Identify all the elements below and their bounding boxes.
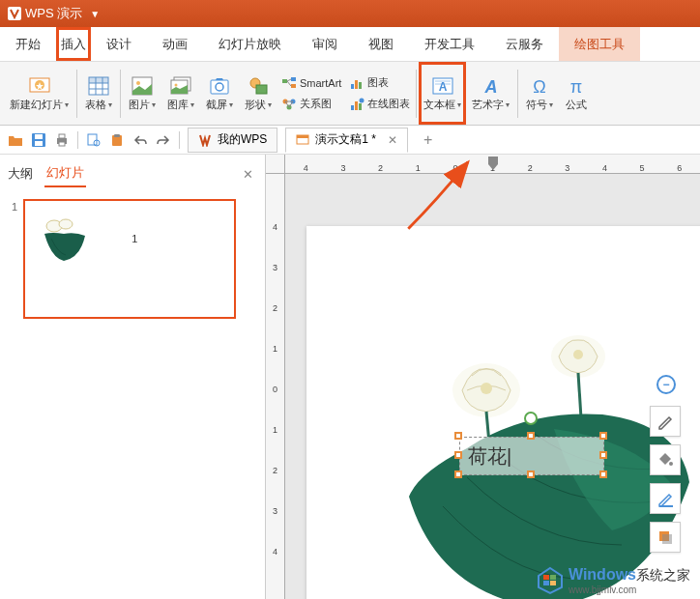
selection-handle-se[interactable] [599, 471, 607, 478]
ruler-tick: 3 [266, 506, 284, 547]
collapse-panel-button[interactable]: − [656, 375, 676, 394]
ruler-horizontal: 4 3 2 1 0 1 2 3 4 5 6 [285, 155, 700, 174]
svg-point-61 [573, 350, 583, 359]
format-fill-button[interactable] [650, 444, 681, 475]
dropdown-icon: ▾ [506, 100, 510, 109]
undo-icon[interactable] [132, 132, 148, 148]
textbox-icon: A [431, 74, 454, 98]
title-dropdown-icon[interactable]: ▼ [90, 9, 100, 19]
menu-start[interactable]: 开始 [0, 27, 56, 61]
smartart-icon [281, 75, 297, 91]
dropdown-icon: ▾ [549, 100, 553, 109]
slide-canvas[interactable]: 荷花| [306, 226, 700, 599]
ribbon-chart[interactable]: 图表 [349, 73, 410, 93]
ribbon-online-chart[interactable]: 在线图表 [349, 95, 410, 114]
selection-handle-nw[interactable] [454, 432, 462, 440]
ribbon-equation[interactable]: π 公式 [559, 62, 594, 125]
selection-handle-ne[interactable] [599, 432, 607, 440]
selection-handle-e[interactable] [599, 451, 607, 459]
slide-thumbnail[interactable]: 1 [23, 199, 236, 319]
picture-icon [131, 74, 154, 98]
selection-handle-n[interactable] [527, 432, 535, 440]
svg-rect-8 [89, 77, 108, 83]
format-outline-button[interactable] [650, 483, 681, 514]
ruler-tick: 4 [586, 163, 624, 173]
dropdown-icon: ▾ [229, 100, 233, 109]
paste-icon[interactable] [109, 132, 125, 148]
ribbon-gallery[interactable]: 图库▾ [161, 62, 200, 125]
online-chart-icon [349, 97, 365, 112]
svg-rect-70 [543, 581, 549, 585]
ribbon-textbox[interactable]: A 文本框▾ [419, 62, 466, 125]
menu-drawing-tools[interactable]: 绘图工具 [559, 27, 640, 61]
doc-tab-mywps[interactable]: 我的WPS [188, 128, 277, 153]
app-name: WPS 演示 [25, 5, 82, 22]
ribbon-screenshot[interactable]: 截屏▾ [200, 62, 239, 125]
watermark: Windows系统之家 www.bjjmlv.com [536, 566, 690, 595]
thumb-lotus-icon [37, 214, 91, 263]
menu-review[interactable]: 审阅 [297, 27, 353, 61]
ribbon-shapes[interactable]: 形状▾ [239, 62, 277, 125]
ruler-vertical: 4 3 2 1 0 1 2 3 4 [266, 174, 285, 599]
online-chart-label: 在线图表 [367, 97, 410, 111]
ribbon-new-slide[interactable]: 新建幻灯片▾ [4, 62, 74, 125]
ruler-indicator-icon[interactable] [488, 157, 498, 170]
ribbon-table[interactable]: 表格▾ [79, 62, 118, 125]
relation-icon [281, 97, 297, 112]
svg-text:A: A [439, 80, 448, 94]
picture-label: 图片 [129, 98, 150, 112]
slide-thumb-item[interactable]: 1 1 [12, 199, 253, 319]
ruler-tick: 1 [266, 425, 284, 466]
chart-label: 图表 [367, 75, 389, 90]
watermark-brand: Windows [569, 566, 636, 583]
slide-number: 1 [12, 199, 17, 319]
table-icon [87, 74, 110, 98]
menu-design[interactable]: 设计 [91, 27, 147, 61]
canvas-area: 4 3 2 1 0 1 2 3 4 5 6 4 3 2 1 0 1 [266, 155, 700, 599]
slide-list: 1 1 [0, 187, 265, 599]
ribbon-symbol[interactable]: Ω 符号▾ [520, 62, 559, 125]
selection-handle-w[interactable] [454, 451, 462, 459]
menu-insert[interactable]: 插入 [56, 27, 91, 61]
ruler-tick: 6 [660, 163, 698, 173]
menu-slideshow[interactable]: 幻灯片放映 [203, 27, 297, 61]
ruler-tick: 2 [362, 163, 399, 173]
slides-tab[interactable]: 幻灯片 [44, 160, 86, 187]
format-panel: − [650, 375, 683, 553]
print-icon[interactable] [54, 132, 70, 148]
doc-tab-presentation[interactable]: 演示文稿1 * ✕ [285, 128, 408, 153]
svg-point-59 [481, 383, 492, 394]
ruler-tick: 3 [325, 163, 363, 173]
open-icon[interactable] [8, 132, 23, 148]
svg-rect-46 [35, 141, 43, 146]
selection-handle-s[interactable] [527, 471, 535, 478]
print-preview-icon[interactable] [86, 132, 102, 148]
menu-cloud[interactable]: 云服务 [490, 27, 559, 61]
text-box[interactable]: 荷花| [459, 437, 604, 475]
menu-animation[interactable]: 动画 [147, 27, 203, 61]
add-tab-icon[interactable]: + [416, 131, 440, 149]
svg-rect-53 [114, 134, 120, 137]
ribbon-picture[interactable]: 图片▾ [123, 62, 161, 125]
svg-rect-20 [291, 84, 296, 88]
selection-handle-sw[interactable] [454, 471, 462, 478]
shapes-label: 形状 [245, 98, 266, 112]
close-tab-icon[interactable]: ✕ [388, 133, 397, 147]
format-edit-button[interactable] [650, 406, 681, 437]
close-panel-icon[interactable]: ✕ [237, 167, 259, 182]
format-effects-button[interactable] [650, 522, 681, 553]
gallery-icon [169, 74, 192, 98]
menu-view[interactable]: 视图 [353, 27, 409, 61]
save-icon[interactable] [31, 132, 46, 148]
svg-rect-34 [359, 103, 362, 110]
ribbon-relation[interactable]: 关系图 [281, 95, 341, 114]
ruler-tick: 2 [511, 163, 549, 173]
ribbon-smartart[interactable]: SmartArt [281, 73, 341, 93]
rotation-handle[interactable] [524, 412, 538, 425]
outline-tab[interactable]: 大纲 [6, 161, 35, 186]
ribbon-wordart[interactable]: A 艺术字▾ [466, 62, 515, 125]
main-area: 大纲 幻灯片 ✕ 1 1 4 3 2 1 0 1 2 [0, 155, 700, 599]
ruler-tick: 1 [266, 344, 284, 385]
redo-icon[interactable] [156, 132, 171, 148]
menu-developer[interactable]: 开发工具 [409, 27, 490, 61]
